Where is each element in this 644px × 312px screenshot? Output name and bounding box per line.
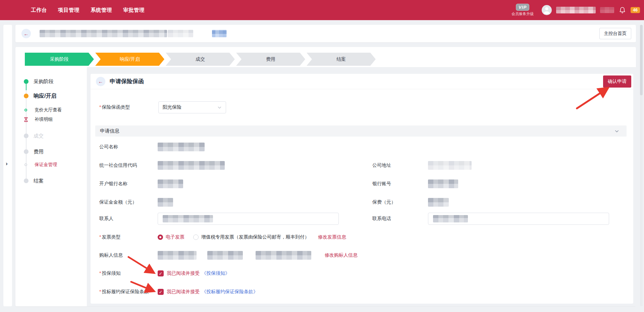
vip-icon: VIP <box>516 4 529 11</box>
collapsed-panel-strip: › <box>3 25 12 306</box>
sub-ring-icon <box>24 109 27 111</box>
invoice-type-label: *发票类型 <box>99 234 158 240</box>
confirm-apply-button[interactable]: 确认申请 <box>603 75 631 88</box>
contact-phone-label: 联系电话 <box>372 216 428 222</box>
performance-terms-checkbox[interactable]: ✓ <box>158 289 164 295</box>
radio-electronic-invoice-label[interactable]: 电子发票 <box>166 234 184 240</box>
buyer-info-label: 购标人信息 <box>99 252 158 258</box>
form-body: *保险保函类型 阳光保险 申请信息 公司名称 <box>91 101 633 296</box>
content-card: 采购阶段 响应/开启 成交 费用 结案 采购阶段 响应/开启 竞价大厅查看 补填… <box>15 47 636 306</box>
insurance-notice-checkbox[interactable]: ✓ <box>158 270 164 276</box>
form-title: 申请保险保函 <box>110 77 144 85</box>
performance-terms-row: *投标履约保证保险条款 ✓ 我已阅读并接受 《投标履约保证保险条款》 <box>99 288 627 296</box>
sub-ring-icon <box>24 163 27 166</box>
nav-item-workbench[interactable]: 工作台 <box>31 7 47 14</box>
guarantee-type-select[interactable]: 阳光保险 <box>158 101 226 113</box>
step-response-open[interactable]: 响应/开启 <box>95 53 164 66</box>
section-title: 申请信息 <box>100 128 119 134</box>
contact-input[interactable] <box>158 213 339 225</box>
edit-buyer-info-link[interactable]: 修改购标人信息 <box>325 252 358 258</box>
bell-icon[interactable] <box>619 6 626 14</box>
timeline-label: 采购阶段 <box>34 79 54 85</box>
project-title-redacted-2 <box>168 30 193 37</box>
project-title-redacted <box>40 30 167 37</box>
buyer-idnumber-redacted <box>207 251 243 260</box>
select-value: 阳光保险 <box>163 104 181 110</box>
scrollbar-thumb[interactable] <box>640 25 643 95</box>
project-status-badge-redacted <box>212 30 227 37</box>
bank-account-label: 银行账号 <box>372 181 428 187</box>
bank-name-row: 开户银行名称 银行账号 <box>99 179 627 188</box>
notification-count-badge: 46 <box>631 7 640 13</box>
insurance-guarantee-form-card: ← 申请保险保函 确认申请 *保险保函类型 阳光保险 申请信息 <box>91 74 633 304</box>
expand-panel-chevron-icon[interactable]: › <box>6 160 8 167</box>
step-closing[interactable]: 结案 <box>307 53 376 66</box>
user-avatar[interactable] <box>542 5 552 15</box>
console-home-button[interactable]: 主控台首页 <box>599 28 632 39</box>
bank-name-value-redacted <box>158 179 183 188</box>
main-panel: ← 申请保险保函 确认申请 *保险保函类型 阳光保险 申请信息 <box>87 67 636 306</box>
step-fees[interactable]: 费用 <box>236 53 305 66</box>
premium-label: 保费（元） <box>372 199 428 205</box>
page-header-card: ← 主控台首页 <box>15 25 636 42</box>
nav-item-system-management[interactable]: 系统管理 <box>91 7 112 14</box>
current-dot-icon <box>24 94 29 98</box>
check-icon: ✓ <box>159 290 163 295</box>
vip-caption: 会员服务升级 <box>512 11 534 16</box>
form-header: ← 申请保险保函 确认申请 <box>91 74 633 89</box>
deposit-amount-label: 保证金金额（元） <box>99 199 158 205</box>
performance-terms-link[interactable]: 《投标履约保证保险条款》 <box>202 289 258 295</box>
radio-electronic-invoice[interactable] <box>158 235 163 240</box>
step-deal[interactable]: 成交 <box>166 53 235 66</box>
page-scrollbar[interactable] <box>640 25 643 306</box>
contact-value-redacted <box>163 215 213 222</box>
company-name-row: 公司名称 <box>99 143 627 151</box>
timeline-label: 成交 <box>34 133 44 139</box>
contact-phone-value-redacted <box>433 215 468 222</box>
application-info-section-header[interactable]: 申请信息 <box>95 125 627 137</box>
timeline-label: 竞价大厅查看 <box>35 107 62 113</box>
insurance-notice-link[interactable]: 《投保须知》 <box>202 270 230 276</box>
timeline-label: 结案 <box>34 178 44 184</box>
process-stepper: 采购阶段 响应/开启 成交 费用 结案 <box>25 53 377 66</box>
back-arrow-icon: ← <box>98 79 103 84</box>
edit-invoice-info-link[interactable]: 修改发票信息 <box>318 234 346 240</box>
stage-timeline-sidebar: 采购阶段 响应/开启 竞价大厅查看 补填明细 成交 费用 保证金管理 结案 <box>15 68 87 306</box>
bank-name-label: 开户银行名称 <box>99 181 158 187</box>
username-redacted[interactable] <box>556 7 596 13</box>
insurance-notice-label: *投保须知 <box>99 270 158 276</box>
insurance-notice-row: *投保须知 ✓ 我已阅读并接受 《投保须知》 <box>99 269 627 278</box>
timeline-label: 费用 <box>34 149 44 155</box>
company-address-value-redacted <box>428 161 472 170</box>
contact-phone-input[interactable] <box>428 213 609 225</box>
invoice-type-row: *发票类型 电子发票 增值税专用发票（发票由保险公司邮寄，顺丰到付） 修改发票信… <box>99 233 627 242</box>
form-back-button[interactable]: ← <box>96 77 105 86</box>
timeline-label: 补填明细 <box>35 116 53 122</box>
premium-value-redacted <box>428 198 449 207</box>
radio-vat-invoice-label[interactable]: 增值税专用发票（发票由保险公司邮寄，顺丰到付） <box>201 234 309 240</box>
company-address-label: 公司地址 <box>372 162 428 168</box>
radio-vat-invoice[interactable] <box>193 235 199 240</box>
person-icon <box>542 5 552 15</box>
buyer-info-row: 购标人信息 修改购标人信息 <box>99 251 627 260</box>
done-dot-icon <box>24 79 29 84</box>
pending-dot-icon <box>24 134 29 138</box>
chevron-down-icon <box>217 105 222 110</box>
agree-text: 我已阅读并接受 <box>167 289 200 295</box>
credit-code-row: 统一社会信用代码 公司地址 <box>99 161 627 170</box>
guarantee-type-label: *保险保函类型 <box>99 104 158 110</box>
nav-item-approval-management[interactable]: 审批管理 <box>123 7 145 14</box>
vip-upgrade-button[interactable]: VIP 会员服务升级 <box>508 4 537 16</box>
navbar-right: VIP 会员服务升级 46 <box>508 0 640 20</box>
company-name-label: 公司名称 <box>99 144 158 150</box>
chevron-down-icon <box>614 129 619 134</box>
step-procurement-stage[interactable]: 采购阶段 <box>25 53 94 66</box>
buyer-name-redacted <box>158 251 197 260</box>
pending-dot-icon <box>24 178 29 183</box>
nav-item-project-management[interactable]: 项目管理 <box>58 7 79 14</box>
page-back-button[interactable]: ← <box>21 29 31 38</box>
company-name-value-redacted <box>158 143 205 151</box>
guarantee-type-row: *保险保函类型 阳光保险 <box>99 101 627 113</box>
timeline-label: 保证金管理 <box>35 162 57 168</box>
buyer-phone-redacted <box>256 251 311 260</box>
